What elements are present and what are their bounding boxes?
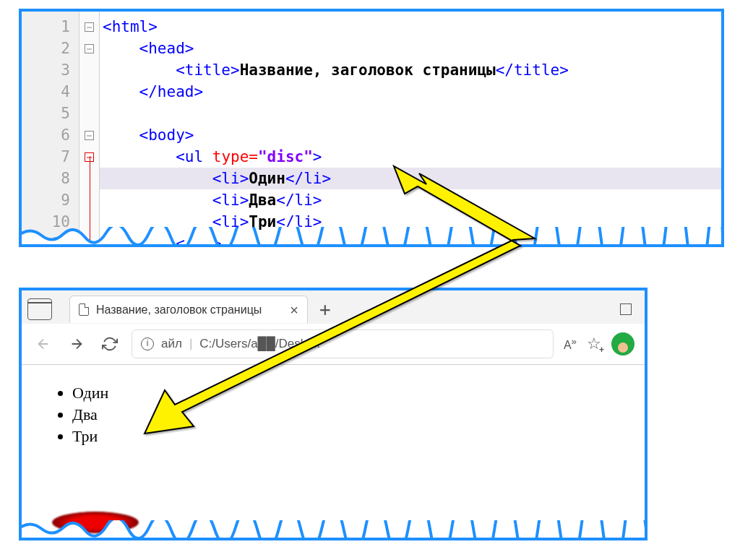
torn-edge-decoration xyxy=(20,227,723,246)
fold-toggle-icon[interactable] xyxy=(85,44,94,53)
code-editor-panel: 1 2 3 4 5 6 7 8 9 10 11 <html> <head> xyxy=(19,9,724,247)
browser-window: Название, заголовок страницы × + i айл |… xyxy=(19,288,648,540)
rendered-list: Один Два Три xyxy=(43,382,623,447)
window-maximize-icon[interactable] xyxy=(620,303,632,315)
line-number: 1 xyxy=(22,16,79,38)
address-bar[interactable]: i айл | C:/Users/a██/Deskt... xyxy=(132,329,554,358)
list-item: Два xyxy=(72,404,623,426)
torn-edge-decoration xyxy=(20,520,646,539)
browser-viewport: Один Два Три xyxy=(22,365,645,465)
line-number: 3 xyxy=(22,59,79,81)
code-line: </head> xyxy=(100,81,721,103)
list-item: Три xyxy=(72,426,623,447)
line-number-gutter: 1 2 3 4 5 6 7 8 9 10 11 xyxy=(22,12,79,244)
url-path: C:/Users/a██/Deskt... xyxy=(199,337,320,351)
new-tab-button[interactable]: + xyxy=(319,298,331,320)
line-number: 4 xyxy=(22,81,79,103)
profile-avatar[interactable] xyxy=(611,332,634,356)
favorite-button[interactable]: ☆ xyxy=(587,335,601,353)
window-icon[interactable] xyxy=(27,298,52,320)
line-number: 7 xyxy=(22,146,79,168)
forward-button[interactable] xyxy=(65,332,88,356)
fold-column xyxy=(79,12,100,244)
line-number: 5 xyxy=(22,103,79,124)
info-icon[interactable]: i xyxy=(141,337,154,350)
read-aloud-button[interactable]: A» xyxy=(564,336,577,352)
file-icon xyxy=(79,303,89,316)
code-line: <title>Название, заголовок страницы</tit… xyxy=(100,59,721,81)
tab-bar: Название, заголовок страницы × + xyxy=(22,290,645,324)
code-line: <html> xyxy=(100,16,721,38)
fold-toggle-icon[interactable] xyxy=(85,131,94,140)
code-line: <ul type="disc"> xyxy=(100,146,721,168)
line-number: 2 xyxy=(22,38,79,59)
url-scheme: айл xyxy=(161,337,182,351)
line-number: 9 xyxy=(22,189,79,211)
line-number: 8 xyxy=(22,168,79,189)
close-tab-icon[interactable]: × xyxy=(290,303,298,317)
code-body[interactable]: <html> <head> <title>Название, заголовок… xyxy=(100,12,721,244)
browser-tab[interactable]: Название, заголовок страницы × xyxy=(69,296,308,323)
code-line: <body> xyxy=(100,124,721,146)
tab-title: Название, заголовок страницы xyxy=(96,303,283,316)
browser-toolbar: i айл | C:/Users/a██/Deskt... A» ☆ xyxy=(22,324,645,364)
fold-toggle-icon[interactable] xyxy=(85,22,94,32)
reload-button[interactable] xyxy=(98,332,121,356)
code-line-highlighted: <li>Один</li> xyxy=(100,168,721,189)
code-line: <li>Два</li> xyxy=(100,189,721,211)
list-item: Один xyxy=(72,382,623,404)
code-line: <head> xyxy=(100,38,721,59)
back-button[interactable] xyxy=(32,332,55,356)
line-number: 6 xyxy=(22,124,79,146)
code-line xyxy=(100,103,721,124)
